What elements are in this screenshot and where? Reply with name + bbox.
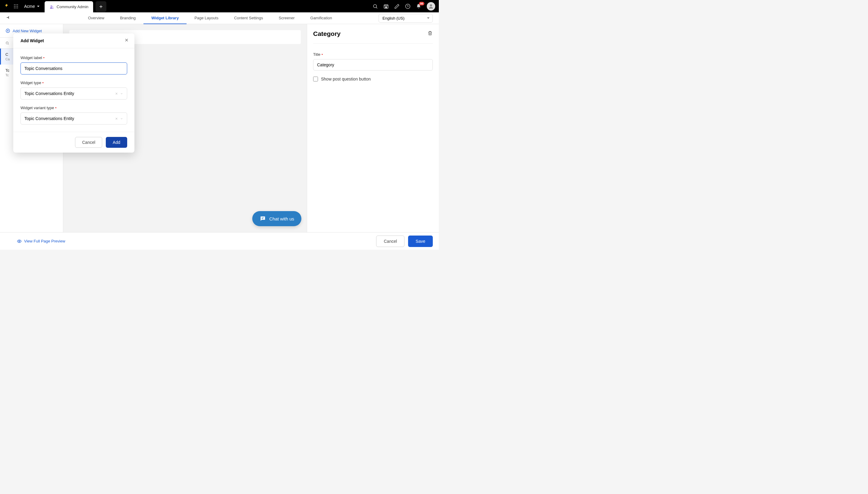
clear-icon[interactable] [115,92,118,95]
svg-point-7 [16,7,17,8]
panel-title: Category [313,30,340,37]
svg-point-11 [373,4,377,8]
title-input[interactable] [313,59,433,71]
widget-variant-select[interactable]: Topic Conversations Entity [20,113,127,125]
edit-icon[interactable] [394,4,400,9]
svg-point-15 [430,4,432,6]
svg-point-10 [52,6,53,7]
tab-branding[interactable]: Branding [112,12,143,24]
chevron-down-icon [120,117,123,120]
back-button[interactable] [6,15,11,21]
tab-label: Community Admin [57,4,88,9]
modal-title: Add Widget [20,38,44,43]
calendar-icon[interactable]: 02 [383,4,389,9]
svg-text:02: 02 [385,6,387,8]
title-label: Title • [313,52,433,57]
tab-overview[interactable]: Overview [80,12,112,24]
tab-content-settings[interactable]: Content Settings [226,12,271,24]
close-icon[interactable] [124,38,129,44]
svg-point-4 [16,6,17,7]
svg-point-6 [14,7,15,8]
widget-type-select[interactable]: Topic Conversations Entity [20,88,127,99]
user-avatar[interactable] [427,2,435,11]
language-value: English (US) [382,16,405,20]
widget-variant-label: Widget variant type • [20,106,127,110]
workspace-label: Acme [24,4,35,9]
language-select[interactable]: English (US) [378,14,433,23]
search-icon[interactable] [373,4,378,9]
svg-point-0 [14,4,15,5]
tab-screener[interactable]: Screener [271,12,302,24]
footer: View Full Page Preview Cancel Save [0,232,439,250]
clear-icon[interactable] [115,117,118,120]
checkbox-label[interactable]: Show post question button [321,77,371,81]
notifications-icon[interactable]: 98 [416,4,421,9]
right-panel: Category Title • Show post question butt… [307,24,439,232]
help-icon[interactable] [405,4,411,9]
add-widget-label: Add New Widget [13,28,42,33]
apps-grid-icon[interactable] [13,4,19,9]
delete-icon[interactable] [427,31,433,37]
tab-page-layouts[interactable]: Page Layouts [186,12,226,24]
workspace-dropdown[interactable]: Acme [24,4,40,9]
widget-variant-value: Topic Conversations Entity [24,116,74,121]
svg-point-3 [14,6,15,7]
tab-gamification[interactable]: Gamification [302,12,340,24]
svg-point-1 [16,4,17,5]
chevron-down-icon [120,92,123,95]
svg-point-8 [17,7,18,8]
save-button[interactable]: Save [408,235,433,247]
notification-badge: 98 [419,2,425,5]
top-header: Acme Community Admin 02 98 [0,0,439,12]
chat-widget[interactable]: Chat with us [252,211,301,226]
modal-cancel-button[interactable]: Cancel [75,137,102,148]
svg-point-9 [51,5,52,7]
widget-label-label: Widget label • [20,56,127,60]
widget-type-value: Topic Conversations Entity [24,91,74,96]
preview-label: View Full Page Preview [24,239,65,243]
show-post-question-checkbox[interactable] [313,77,318,81]
add-tab-button[interactable] [96,1,106,12]
add-widget-modal: Add Widget Widget label • Widget type • … [13,34,134,153]
app-logo [4,3,9,10]
tab-widget-library[interactable]: Widget Library [143,12,186,24]
modal-add-button[interactable]: Add [106,137,127,148]
tab-community-admin[interactable]: Community Admin [45,1,93,12]
widget-type-label: Widget type • [20,80,127,85]
cancel-button[interactable]: Cancel [376,235,405,247]
svg-point-17 [6,42,8,44]
chat-label: Chat with us [269,216,294,221]
svg-point-18 [19,241,20,242]
svg-point-2 [17,4,18,5]
svg-point-5 [17,6,18,7]
view-preview-link[interactable]: View Full Page Preview [17,239,65,244]
sub-nav: Overview Branding Widget Library Page La… [0,12,439,24]
widget-label-input[interactable] [20,62,127,75]
